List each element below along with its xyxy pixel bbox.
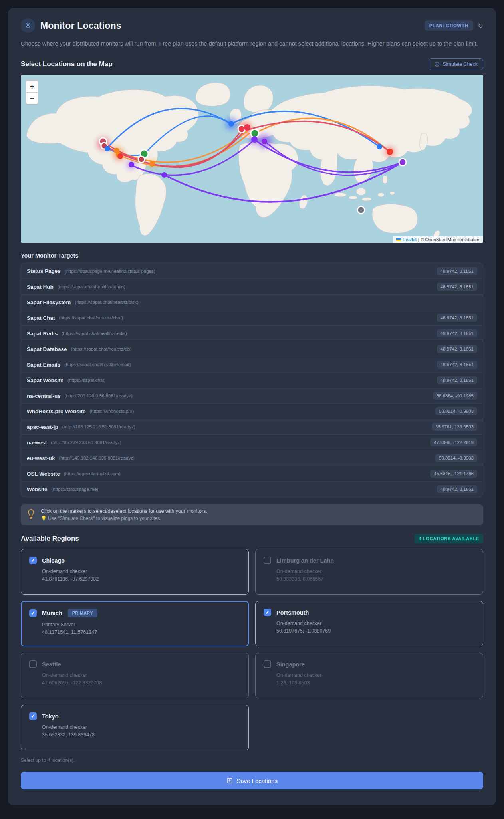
region-coords: 47.6062095, -122.3320708: [42, 680, 240, 686]
target-row: na-west(http://85.239.233.60:8081/readyz…: [21, 434, 483, 450]
targets-list: Status Pages(https://statuspage.me/healt…: [21, 263, 483, 497]
target-coords-badge: 50.8514, -0.9903: [435, 454, 477, 462]
monitor-locations-panel: Monitor Locations PLAN: GROWTH ↻ Choose …: [8, 8, 496, 805]
location-marker[interactable]: [251, 129, 259, 137]
target-name: Sapat Emails: [27, 362, 60, 368]
target-row: Website(https://statuspage.me)48.9742, 8…: [21, 481, 483, 497]
region-card-limburg-an-der-lahn: Limburg an der LahnOn-demand checker50.3…: [255, 549, 483, 595]
target-coords-badge: 35.6761, 139.6503: [432, 423, 477, 431]
region-card-tokyo[interactable]: ✓TokyoOn-demand checker35.652832, 139.83…: [21, 705, 249, 750]
primary-badge: PRIMARY: [68, 609, 97, 617]
region-subtitle: On-demand checker: [276, 569, 475, 574]
page-description: Choose where your distributed monitors w…: [21, 39, 483, 48]
target-url: (https://sapat.chat/healthz/redis): [62, 331, 127, 336]
location-marker[interactable]: [117, 153, 123, 159]
target-coords-badge: 50.8514, -0.9903: [435, 407, 477, 415]
target-row: apac-east-jp(http://103.125.216.51:8081/…: [21, 419, 483, 434]
tip-box: Click on the markers to select/deselect …: [21, 504, 483, 525]
leaflet-link[interactable]: Leaflet: [403, 237, 417, 242]
target-row: Status Pages(https://statuspage.me/healt…: [21, 263, 483, 279]
target-url: (https://sapat.chat/healthz/chat): [59, 315, 123, 320]
header: Monitor Locations PLAN: GROWTH ↻: [21, 18, 483, 33]
target-url: (http://209.126.0.56:8081/readyz): [65, 393, 133, 398]
location-marker[interactable]: [149, 161, 155, 167]
target-coords-badge: 45.5945, -121.1786: [430, 470, 477, 478]
location-marker[interactable]: [262, 139, 267, 144]
target-row: WhoHosts.pro Website(https://whohosts.pr…: [21, 403, 483, 419]
region-checkbox-chicago[interactable]: ✓: [29, 557, 37, 564]
map-zoom-out-button[interactable]: −: [26, 92, 38, 104]
region-card-munich[interactable]: ✓MunichPRIMARYPrimary Server48.1371541, …: [21, 601, 249, 646]
region-card-seattle: SeattleOn-demand checker47.6062095, -122…: [21, 653, 249, 698]
region-name: Seattle: [42, 661, 61, 668]
target-row: OSL Website(https://openstartuplist.com)…: [21, 466, 483, 481]
target-coords-badge: 48.9742, 8.1851: [437, 283, 477, 291]
target-coords-badge: 48.9742, 8.1851: [437, 485, 477, 493]
page-title: Monitor Locations: [40, 20, 121, 31]
target-coords-badge: 48.9742, 8.1851: [437, 361, 477, 369]
refresh-icon[interactable]: ↻: [478, 22, 483, 30]
location-marker[interactable]: [387, 149, 393, 155]
location-marker[interactable]: [138, 156, 145, 163]
region-name: Portsmouth: [276, 609, 309, 616]
target-coords-badge: 48.9742, 8.1851: [437, 267, 477, 275]
target-row: Šapat Website(https://sapat.chat)48.9742…: [21, 372, 483, 388]
target-url: (https://sapat.chat/healthz/disk): [75, 300, 138, 305]
target-coords-badge: 48.9742, 8.1851: [437, 314, 477, 322]
locations-available-badge: 4 LOCATIONS AVAILABLE: [415, 534, 483, 543]
location-marker[interactable]: [228, 121, 234, 127]
location-marker[interactable]: [244, 124, 250, 131]
targets-heading: Your Monitor Targets: [21, 252, 483, 259]
target-row: na-central-us(http://209.126.0.56:8081/r…: [21, 388, 483, 403]
plan-badge: PLAN: GROWTH: [425, 20, 473, 31]
map-attribution: Leaflet | © OpenStreetMap contributors: [393, 236, 483, 243]
region-subtitle: On-demand checker: [276, 672, 475, 678]
region-checkbox-limburg-an-der-lahn: [264, 557, 271, 564]
target-url: (https://whohosts.pro): [90, 409, 134, 414]
location-marker[interactable]: [357, 206, 365, 214]
save-locations-button[interactable]: Save Locations: [21, 772, 483, 789]
target-url: (https://sapat.chat/healthz/db): [71, 347, 132, 351]
lightbulb-icon: [27, 509, 35, 521]
location-marker[interactable]: [377, 144, 382, 149]
target-coords-badge: 38.6364, -90.1985: [433, 392, 477, 400]
location-marker[interactable]: [399, 159, 406, 166]
location-marker[interactable]: [129, 162, 134, 167]
region-name: Tokyo: [42, 713, 59, 720]
region-name: Singapore: [276, 661, 305, 668]
target-name: Sapat Chat: [27, 315, 55, 321]
regions-heading: Available Regions: [21, 535, 79, 543]
target-name: apac-east-jp: [27, 424, 58, 430]
select-limit-note: Select up to 4 location(s).: [21, 758, 483, 763]
target-name: Sapat Filesystem: [27, 299, 71, 305]
target-url: (https://openstartuplist.com): [64, 471, 121, 476]
target-name: eu-west-uk: [27, 455, 55, 461]
region-card-portsmouth[interactable]: ✓PortsmouthOn-demand checker50.8197675, …: [255, 601, 483, 646]
location-marker[interactable]: [251, 136, 258, 143]
tip-line-2: 💡 Use "Simulate Check" to visualize ping…: [41, 516, 207, 521]
target-coords-badge: 48.9742, 8.1851: [437, 345, 477, 353]
target-coords-badge: 47.3066, -122.2619: [430, 438, 477, 446]
region-card-chicago[interactable]: ✓ChicagoOn-demand checker41.8781136, -87…: [21, 549, 249, 595]
region-subtitle: On-demand checker: [276, 621, 475, 626]
target-row: Sapat Chat(https://sapat.chat/healthz/ch…: [21, 310, 483, 325]
simulate-check-button[interactable]: Simulate Check: [429, 58, 483, 70]
target-name: Status Pages: [27, 268, 61, 274]
target-url: (http://149.102.146.185:8081/readyz): [59, 456, 135, 460]
location-marker[interactable]: [161, 172, 167, 178]
region-checkbox-portsmouth[interactable]: ✓: [264, 609, 271, 616]
target-name: Website: [27, 486, 48, 492]
target-url: (https://sapat.chat/healthz/email): [64, 362, 131, 367]
map-zoom-in-button[interactable]: +: [26, 81, 38, 92]
target-row: Sapat Emails(https://sapat.chat/healthz/…: [21, 357, 483, 372]
target-name: Šapat Website: [27, 377, 63, 383]
region-checkbox-tokyo[interactable]: ✓: [29, 712, 37, 720]
region-subtitle: On-demand checker: [42, 569, 240, 574]
target-row: eu-west-uk(http://149.102.146.185:8081/r…: [21, 450, 483, 466]
location-marker[interactable]: [238, 125, 245, 133]
target-name: WhoHosts.pro Website: [27, 409, 86, 414]
world-map[interactable]: + − Leaflet | © OpenStreetMap contributo…: [21, 75, 483, 243]
region-checkbox-munich[interactable]: ✓: [29, 609, 37, 617]
location-marker[interactable]: [105, 146, 110, 151]
target-url: (https://sapat.chat/healthz/admin): [58, 284, 125, 289]
